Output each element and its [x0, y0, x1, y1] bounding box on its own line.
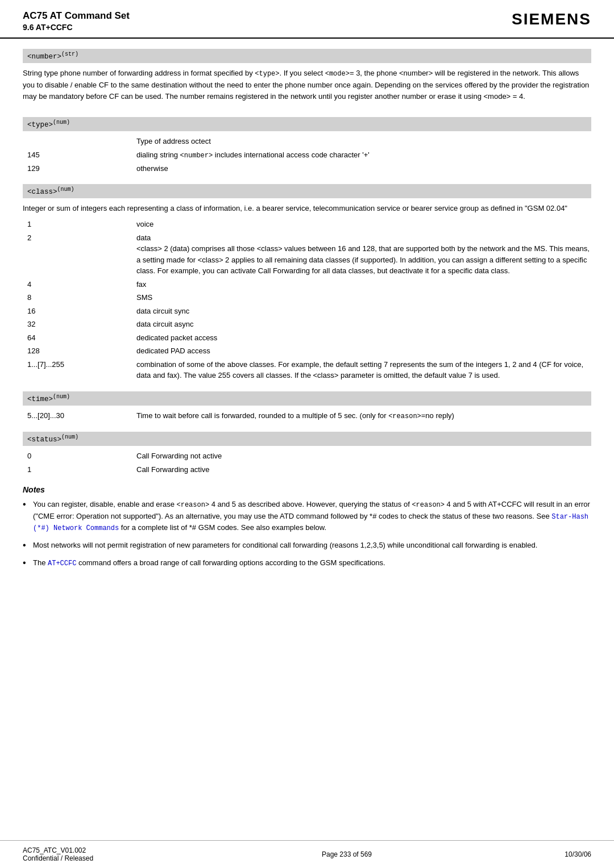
note-link-star-hash[interactable]: Star-Hash (*#) Network Commands [33, 513, 588, 533]
class-desc-4: fax [136, 279, 591, 290]
status-desc-1: Call Forwarding active [136, 464, 591, 475]
class-value-2: 2 [23, 232, 136, 244]
page-header: AC75 AT Command Set 9.6 AT+CCFC SIEMENS [0, 0, 614, 39]
time-param-section: <time>(num) 5...[20]...30 Time to wait b… [23, 391, 591, 422]
note-bullet-1: • [23, 499, 33, 534]
class-param-header: <class>(num) [23, 184, 591, 198]
status-param-table: 0 Call Forwarding not active 1 Call Forw… [23, 450, 591, 475]
status-param-section: <status>(num) 0 Call Forwarding not acti… [23, 432, 591, 475]
class-value-1-255: 1...[7]...255 [23, 359, 136, 370]
type-param-header: <type>(num) [23, 117, 591, 131]
time-desc-5-30: Time to wait before call is forwarded, r… [136, 410, 591, 422]
status-row-0: 0 Call Forwarding not active [23, 450, 591, 462]
notes-section: Notes • You can register, disable, enabl… [23, 485, 591, 569]
class-value-8: 8 [23, 292, 136, 303]
class-row-1-255: 1...[7]...255 combination of some of the… [23, 359, 591, 381]
footer-date: 10/30/06 [512, 850, 591, 858]
class-desc-16: data circuit sync [136, 306, 591, 317]
header-logo: SIEMENS [512, 10, 591, 28]
note-text-2: Most networks will not permit registrati… [33, 540, 591, 552]
class-desc-1-255: combination of some of the above classes… [136, 359, 591, 381]
time-param-table: 5...[20]...30 Time to wait before call i… [23, 410, 591, 422]
class-row-8: 8 SMS [23, 292, 591, 303]
class-desc-8: SMS [136, 292, 591, 303]
note-item-2: • Most networks will not permit registra… [23, 540, 591, 552]
class-value-4: 4 [23, 279, 136, 290]
class-desc-128: dedicated PAD access [136, 345, 591, 357]
class-desc-1: voice [136, 219, 591, 230]
number-param-name: <number>(str) [27, 53, 78, 61]
class-row-2: 2 data <class> 2 (data) comprises all th… [23, 232, 591, 277]
type-param-name: <type>(num) [27, 121, 70, 129]
number-param-header: <number>(str) [23, 49, 591, 63]
note-reason-ref-1: <reason> [176, 501, 209, 509]
class-row-1: 1 voice [23, 219, 591, 230]
status-param-name: <status>(num) [27, 436, 78, 444]
class-value-32: 32 [23, 319, 136, 330]
header-subtitle: 9.6 AT+CCFC [23, 23, 130, 32]
page-footer: AC75_ATC_V01.002 Confidential / Released… [0, 840, 614, 868]
class-row-64: 64 dedicated packet access [23, 332, 591, 344]
class-desc-64: dedicated packet access [136, 332, 591, 344]
main-content: <number>(str) String type phone number o… [0, 39, 614, 840]
class-value-1: 1 [23, 219, 136, 230]
note-text-3: The AT+CCFC command offers a broad range… [33, 557, 591, 569]
number-param-description: String type phone number of forwarding a… [23, 68, 591, 107]
header-left: AC75 AT Command Set 9.6 AT+CCFC [23, 10, 130, 32]
type-value-145: 145 [23, 149, 136, 161]
class-row-32: 32 data circuit async [23, 319, 591, 330]
status-row-1: 1 Call Forwarding active [23, 464, 591, 475]
time-row-5-30: 5...[20]...30 Time to wait before call i… [23, 410, 591, 422]
note-item-1: • You can register, disable, enable and … [23, 499, 591, 534]
page-container: AC75 AT Command Set 9.6 AT+CCFC SIEMENS … [0, 0, 614, 868]
class-row-16: 16 data circuit sync [23, 306, 591, 317]
time-param-name: <time>(num) [27, 395, 70, 403]
number-param-section: <number>(str) String type phone number o… [23, 49, 591, 107]
class-row-4: 4 fax [23, 279, 591, 290]
time-param-header: <time>(num) [23, 391, 591, 406]
notes-title: Notes [23, 485, 591, 494]
type-param-table: Type of address octect 145 dialing strin… [23, 136, 591, 174]
type-row-129: 129 otherwise [23, 163, 591, 174]
class-param-section: <class>(num) Integer or sum of integers … [23, 184, 591, 381]
class-row-128: 128 dedicated PAD access [23, 345, 591, 357]
header-title: AC75 AT Command Set [23, 10, 130, 22]
class-value-16: 16 [23, 306, 136, 317]
note-bullet-3: • [23, 557, 33, 569]
note-text-1: You can register, disable, enable and er… [33, 499, 591, 534]
status-param-header: <status>(num) [23, 432, 591, 446]
footer-left: AC75_ATC_V01.002 Confidential / Released [23, 846, 182, 862]
class-value-64: 64 [23, 332, 136, 344]
class-param-name: <class>(num) [27, 188, 74, 196]
type-label-value [23, 136, 136, 147]
status-desc-0: Call Forwarding not active [136, 450, 591, 462]
note-item-3: • The AT+CCFC command offers a broad ran… [23, 557, 591, 569]
type-desc-129: otherwise [136, 163, 591, 174]
type-value-129: 129 [23, 163, 136, 174]
time-value-5-30: 5...[20]...30 [23, 410, 136, 422]
class-param-table: 1 voice 2 data <class> 2 (data) comprise… [23, 219, 591, 381]
type-label-row: Type of address octect [23, 136, 591, 147]
number-mode-ref: <mode> [325, 70, 350, 78]
status-value-1: 1 [23, 464, 136, 475]
footer-doc-id: AC75_ATC_V01.002 [23, 846, 182, 854]
footer-confidentiality: Confidential / Released [23, 854, 182, 862]
type-label-desc: Type of address octect [136, 136, 591, 147]
type-param-section: <type>(num) Type of address octect 145 d… [23, 117, 591, 174]
type-row-145: 145 dialing string <number> includes int… [23, 149, 591, 161]
class-value-128: 128 [23, 345, 136, 357]
class-desc-2: data <class> 2 (data) comprises all thos… [136, 232, 591, 277]
type-desc-145: dialing string <number> includes interna… [136, 149, 591, 161]
status-value-0: 0 [23, 450, 136, 462]
class-desc-32: data circuit async [136, 319, 591, 330]
class-param-description: Integer or sum of integers each represen… [23, 203, 591, 219]
note-reason-ref-2: <reason> [412, 501, 445, 509]
footer-page-number: Page 233 of 569 [182, 850, 512, 858]
note-link-atccfc[interactable]: AT+CCFC [48, 560, 76, 567]
number-type-ref: <type> [255, 70, 279, 78]
note-bullet-2: • [23, 540, 33, 552]
notes-list: • You can register, disable, enable and … [23, 499, 591, 569]
